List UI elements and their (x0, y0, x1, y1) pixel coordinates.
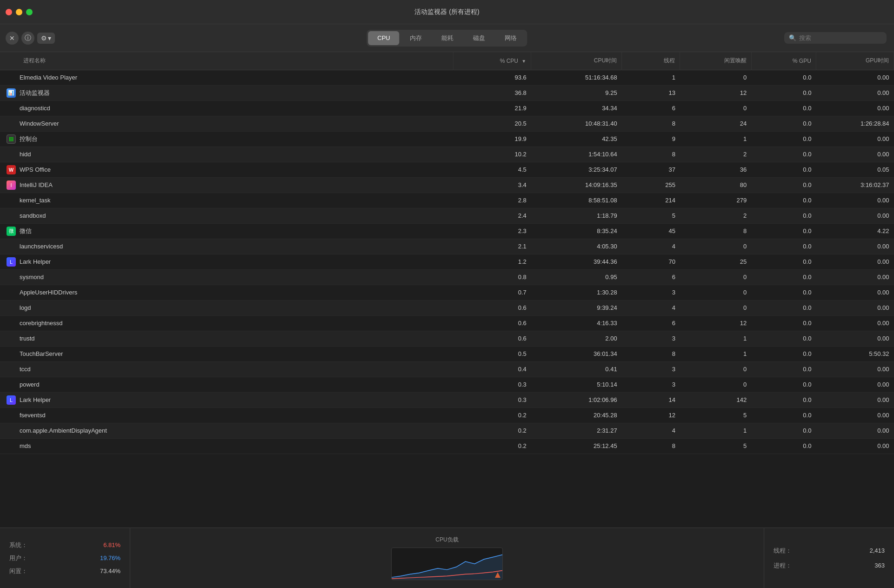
table-row[interactable]: AppleUserHIDDrivers0.71:30.28300.00.00 (0, 285, 894, 300)
process-icon (7, 303, 16, 313)
idle-wake-cell: 0 (680, 70, 751, 85)
process-icon (7, 441, 16, 451)
tab-energy[interactable]: 能耗 (432, 31, 463, 45)
process-name-cell: launchservicesd (0, 239, 454, 254)
close-button[interactable] (6, 9, 12, 15)
col-header-gpu-pct[interactable]: % GPU (751, 52, 816, 70)
table-row[interactable]: sysmond0.80.95600.00.00 (0, 269, 894, 285)
table-row[interactable]: WWPS Office4.53:25:34.0737360.00.05 (0, 162, 894, 177)
process-name-cell: hidd (0, 147, 454, 162)
cpu-pct-cell: 21.9 (454, 100, 531, 116)
toolbar: ✕ ⓘ ⚙ ▾ CPU 内存 能耗 磁盘 网络 🔍 (0, 24, 894, 52)
col-header-cpu-pct[interactable]: % CPU ▼ (454, 52, 531, 70)
tab-disk[interactable]: 磁盘 (464, 31, 494, 45)
gpu-time-cell: 0.00 (816, 70, 894, 85)
table-row[interactable]: TouchBarServer0.536:01.34810.05:50.32 (0, 346, 894, 361)
process-name-cell: WindowServer (0, 116, 454, 131)
cpu-pct-cell: 0.6 (454, 315, 531, 331)
search-input[interactable] (799, 34, 882, 41)
threads-value: 2,413 (869, 547, 885, 554)
process-icon: W (7, 165, 16, 174)
col-header-threads[interactable]: 线程 (622, 52, 680, 70)
table-row[interactable]: trustd0.62.00310.00.00 (0, 331, 894, 346)
table-row[interactable]: sandboxd2.41:18.79520.00.00 (0, 208, 894, 223)
table-row[interactable]: powerd0.35:10.14300.00.00 (0, 377, 894, 392)
gpu-time-cell: 0.00 (816, 423, 894, 438)
gear-icon: ⚙ (41, 34, 47, 42)
table-row[interactable]: tccd0.40.41300.00.00 (0, 361, 894, 377)
gpu-time-cell: 0.00 (816, 285, 894, 300)
gpu-pct-cell: 0.0 (751, 331, 816, 346)
table-row[interactable]: ▤控制台19.942.35910.00.00 (0, 131, 894, 147)
col-header-cpu-time[interactable]: CPU时间 (531, 52, 622, 70)
col-header-idle-wake[interactable]: 闲置唤醒 (680, 52, 751, 70)
idle-wake-cell: 36 (680, 162, 751, 177)
table-row[interactable]: mds0.225:12.45850.00.00 (0, 438, 894, 454)
table-row[interactable]: fseventsd0.220:45.281250.00.00 (0, 408, 894, 423)
col-header-gpu-time[interactable]: GPU时间 (816, 52, 894, 70)
table-row[interactable]: kernel_task2.88:58:51.082142790.00.00 (0, 193, 894, 208)
gpu-pct-cell: 0.0 (751, 361, 816, 377)
gpu-time-cell: 0.05 (816, 162, 894, 177)
tab-cpu[interactable]: CPU (368, 31, 399, 45)
gpu-pct-cell: 0.0 (751, 85, 816, 100)
table-row[interactable]: WindowServer20.510:48:31.408240.01:26:28… (0, 116, 894, 131)
table-row[interactable]: com.apple.AmbientDisplayAgent0.22:31.274… (0, 423, 894, 438)
gear-button[interactable]: ⚙ ▾ (37, 33, 55, 44)
process-tbody: Elmedia Video Player93.651:16:34.68100.0… (0, 70, 894, 454)
idle-wake-cell: 0 (680, 361, 751, 377)
gpu-time-cell: 0.00 (816, 392, 894, 408)
gpu-pct-cell: 0.0 (751, 408, 816, 423)
table-row[interactable]: logd0.69:39.24400.00.00 (0, 300, 894, 315)
table-row[interactable]: 微微信2.38:35.244580.04.22 (0, 223, 894, 239)
idle-wake-cell: 24 (680, 116, 751, 131)
cpu-time-cell: 1:30.28 (531, 285, 622, 300)
table-row[interactable]: diagnosticd21.934.34600.00.00 (0, 100, 894, 116)
process-name: TouchBarServer (20, 350, 63, 357)
gpu-time-cell: 0.00 (816, 131, 894, 147)
threads-cell: 45 (622, 223, 680, 239)
table-row[interactable]: LLark Helper0.31:02:06.96141420.00.00 (0, 392, 894, 408)
threads-cell: 6 (622, 100, 680, 116)
process-name-cell: logd (0, 301, 454, 315)
idle-wake-cell: 279 (680, 193, 751, 208)
table-row[interactable]: IIntelliJ IDEA3.414:09:16.35255800.03:16… (0, 177, 894, 193)
gpu-pct-cell: 0.0 (751, 392, 816, 408)
process-icon (7, 242, 16, 251)
chevron-down-icon: ▾ (48, 34, 51, 42)
gpu-time-cell: 0.00 (816, 331, 894, 346)
cpu-pct-cell: 0.2 (454, 438, 531, 454)
process-name: corebrightnessd (20, 320, 63, 327)
cpu-time-cell: 9.25 (531, 85, 622, 100)
table-row[interactable]: LLark Helper1.239:44.3670250.00.00 (0, 254, 894, 269)
process-icon (7, 211, 16, 220)
gpu-time-cell: 0.00 (816, 85, 894, 100)
threads-cell: 4 (622, 423, 680, 438)
info-button[interactable]: ⓘ (21, 32, 34, 45)
process-icon (7, 104, 16, 113)
gpu-time-cell: 0.00 (816, 315, 894, 331)
cpu-pct-cell: 93.6 (454, 70, 531, 85)
process-icon (7, 411, 16, 420)
idle-value: 73.44% (100, 568, 120, 575)
table-row[interactable]: Elmedia Video Player93.651:16:34.68100.0… (0, 70, 894, 85)
minimize-button[interactable] (16, 9, 22, 15)
search-box: 🔍 (784, 32, 887, 44)
process-icon: ▤ (7, 134, 16, 144)
process-name: 控制台 (20, 135, 38, 143)
process-name: kernel_task (20, 197, 50, 204)
table-row[interactable]: 📊活动监视器36.89.2513120.00.00 (0, 85, 894, 100)
gpu-time-cell: 0.00 (816, 377, 894, 392)
cpu-pct-cell: 0.3 (454, 392, 531, 408)
table-row[interactable]: hidd10.21:54:10.64820.00.00 (0, 147, 894, 162)
table-row[interactable]: launchservicesd2.14:05.30400.00.00 (0, 239, 894, 254)
col-header-name[interactable]: 进程名称 (0, 52, 454, 70)
cpu-pct-cell: 19.9 (454, 131, 531, 147)
tab-memory[interactable]: 内存 (400, 31, 431, 45)
table-row[interactable]: corebrightnessd0.64:16.336120.00.00 (0, 315, 894, 331)
maximize-button[interactable] (26, 9, 33, 15)
close-icon-button[interactable]: ✕ (6, 32, 19, 45)
stat-row-idle: 闲置： 73.44% (9, 567, 120, 575)
process-name: Lark Helper (20, 396, 51, 403)
tab-network[interactable]: 网络 (495, 31, 526, 45)
